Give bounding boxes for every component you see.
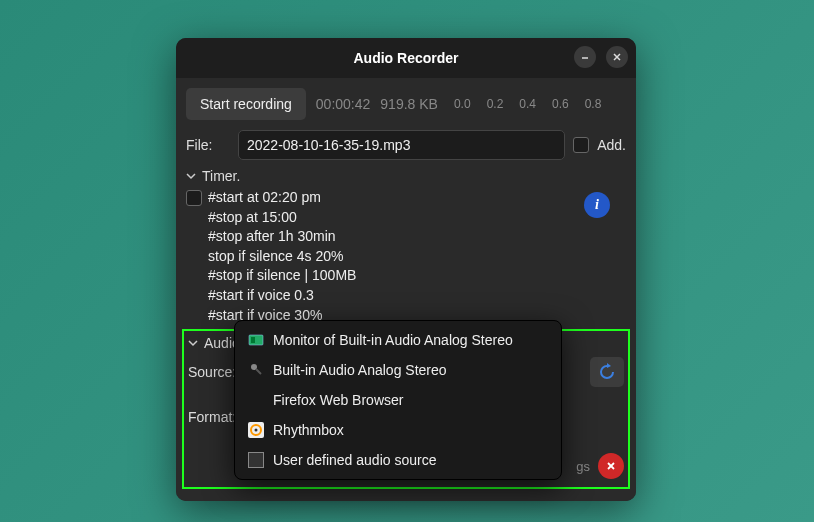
svg-rect-6 [251, 337, 255, 343]
microphone-icon [247, 361, 265, 379]
blank-icon [247, 391, 265, 409]
tick: 0.6 [552, 97, 569, 111]
timer-header-label: Timer. [202, 168, 240, 184]
timer-line: #start at 02:20 pm [208, 188, 626, 208]
soundcard-icon [247, 331, 265, 349]
timer-enable-checkbox[interactable] [186, 190, 202, 206]
file-row: File: Add. [186, 130, 626, 160]
close-button[interactable] [606, 46, 628, 68]
window-title: Audio Recorder [353, 50, 458, 66]
timer-line: #stop at 15:00 [208, 208, 626, 228]
filename-input[interactable] [238, 130, 565, 160]
add-checkbox[interactable] [573, 137, 589, 153]
settings-button-partial[interactable]: gs [576, 459, 590, 474]
source-option-userdefined[interactable]: User defined audio source [235, 445, 561, 475]
svg-point-11 [255, 429, 258, 432]
option-label: Firefox Web Browser [273, 392, 403, 408]
info-button[interactable]: i [584, 192, 610, 218]
titlebar: Audio Recorder [176, 38, 636, 78]
chevron-down-icon [188, 335, 200, 351]
window-close-button[interactable] [598, 453, 624, 479]
timer-line: #stop after 1h 30min [208, 227, 626, 247]
source-option-monitor[interactable]: Monitor of Built-in Audio Analog Stereo [235, 325, 561, 355]
file-size: 919.8 KB [380, 96, 438, 112]
toolbar: Start recording 00:00:42 919.8 KB 0.0 0.… [186, 88, 626, 120]
refresh-button[interactable] [590, 357, 624, 387]
level-ticks: 0.0 0.2 0.4 0.6 0.8 [454, 97, 601, 111]
chevron-down-icon [186, 168, 198, 184]
refresh-icon [598, 363, 616, 381]
tick: 0.4 [519, 97, 536, 111]
option-label: Rhythmbox [273, 422, 344, 438]
source-option-firefox[interactable]: Firefox Web Browser [235, 385, 561, 415]
option-label: User defined audio source [273, 452, 436, 468]
user-source-icon [247, 451, 265, 469]
elapsed-time: 00:00:42 [316, 96, 371, 112]
tick: 0.0 [454, 97, 471, 111]
file-label: File: [186, 137, 230, 153]
timer-expander[interactable]: Timer. [186, 168, 626, 184]
rhythmbox-icon [247, 421, 265, 439]
svg-line-8 [256, 369, 261, 374]
timer-line: #stop if silence | 100MB [208, 266, 626, 286]
tick: 0.8 [585, 97, 602, 111]
source-option-builtin[interactable]: Built-in Audio Analog Stereo [235, 355, 561, 385]
window-controls [574, 46, 628, 68]
timer-section: #start at 02:20 pm #stop at 15:00 #stop … [186, 188, 626, 325]
option-label: Monitor of Built-in Audio Analog Stereo [273, 332, 513, 348]
source-option-rhythmbox[interactable]: Rhythmbox [235, 415, 561, 445]
start-recording-button[interactable]: Start recording [186, 88, 306, 120]
add-label: Add. [597, 137, 626, 153]
timer-line: stop if silence 4s 20% [208, 247, 626, 267]
timer-line: #start if voice 0.3 [208, 286, 626, 306]
minimize-button[interactable] [574, 46, 596, 68]
tick: 0.2 [487, 97, 504, 111]
option-label: Built-in Audio Analog Stereo [273, 362, 447, 378]
timer-text[interactable]: #start at 02:20 pm #stop at 15:00 #stop … [208, 188, 626, 325]
source-dropdown-menu: Monitor of Built-in Audio Analog Stereo … [234, 320, 562, 480]
